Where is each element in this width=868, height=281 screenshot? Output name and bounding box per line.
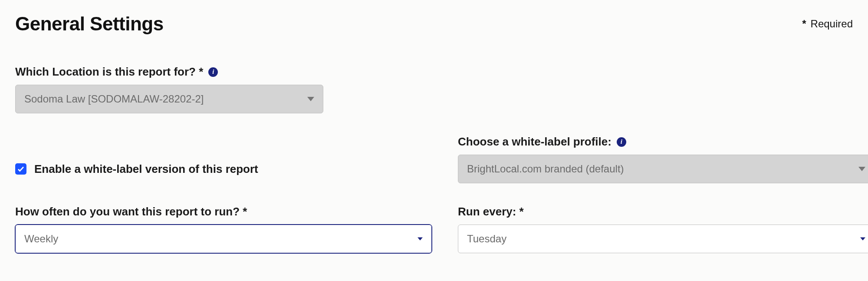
run-every-label: Run every: * xyxy=(458,205,868,218)
white-label-profile-label: Choose a white-label profile: i xyxy=(458,135,868,149)
white-label-checkbox-label: Enable a white-label version of this rep… xyxy=(34,162,258,176)
white-label-checkbox[interactable] xyxy=(15,163,26,175)
white-label-profile-value: BrightLocal.com branded (default) xyxy=(467,163,624,175)
required-text: Required xyxy=(811,18,853,30)
white-label-checkbox-row: Enable a white-label version of this rep… xyxy=(15,155,432,183)
info-icon[interactable]: i xyxy=(617,137,626,147)
page-title: General Settings xyxy=(15,13,164,35)
check-icon xyxy=(17,165,25,173)
run-every-field: Run every: * Tuesday xyxy=(458,205,868,253)
info-icon[interactable]: i xyxy=(208,67,218,77)
caret-down-icon xyxy=(418,238,423,241)
frequency-select[interactable]: Weekly xyxy=(15,225,432,253)
location-select-value: Sodoma Law [SODOMALAW-28202-2] xyxy=(24,93,204,105)
white-label-profile-field: Choose a white-label profile: i BrightLo… xyxy=(458,135,868,183)
required-hint: *Required xyxy=(802,18,853,30)
run-every-value: Tuesday xyxy=(467,233,506,245)
run-every-select[interactable]: Tuesday xyxy=(458,225,868,253)
location-select[interactable]: Sodoma Law [SODOMALAW-28202-2] xyxy=(15,85,323,113)
location-field: Which Location is this report for? * i S… xyxy=(15,65,432,113)
caret-down-icon xyxy=(858,167,865,171)
required-asterisk: * xyxy=(802,18,806,30)
frequency-value: Weekly xyxy=(24,233,58,245)
frequency-label: How often do you want this report to run… xyxy=(15,205,432,218)
white-label-profile-select[interactable]: BrightLocal.com branded (default) xyxy=(458,155,868,183)
caret-down-icon xyxy=(307,97,314,101)
frequency-field: How often do you want this report to run… xyxy=(15,205,432,253)
caret-down-icon xyxy=(860,238,865,241)
location-label: Which Location is this report for? * i xyxy=(15,65,432,79)
